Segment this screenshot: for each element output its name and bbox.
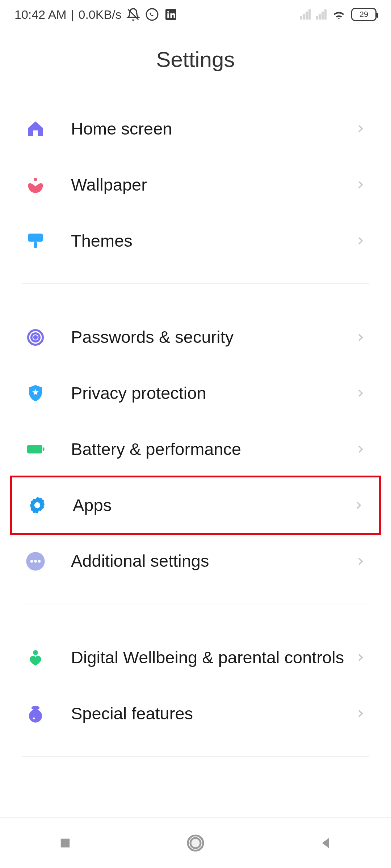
chevron-right-icon	[355, 235, 366, 246]
svg-point-5	[34, 178, 37, 181]
whatsapp-icon	[145, 7, 159, 22]
svg-point-15	[30, 560, 33, 562]
svg-point-19	[31, 706, 40, 710]
gear-icon	[27, 495, 47, 515]
battery-indicator: 29	[351, 8, 377, 21]
status-left: 10:42 AM | 0.0KB/s	[14, 7, 178, 22]
chevron-right-icon	[355, 179, 366, 190]
page-title: Settings	[0, 47, 391, 72]
divider	[22, 283, 369, 284]
status-bar: 10:42 AM | 0.0KB/s	[0, 0, 391, 25]
settings-item-special-features[interactable]: Special features	[22, 686, 369, 742]
svg-point-17	[38, 560, 41, 562]
signal-icon-2	[316, 9, 327, 20]
flower-icon	[25, 175, 46, 195]
svg-rect-12	[43, 447, 45, 451]
svg-rect-7	[34, 242, 37, 248]
settings-item-apps[interactable]: Apps	[24, 477, 367, 533]
status-separator: |	[71, 8, 74, 22]
item-label: Additional settings	[71, 550, 355, 572]
svg-point-20	[29, 710, 42, 723]
brush-icon	[25, 231, 46, 251]
svg-point-16	[34, 560, 37, 562]
settings-item-themes[interactable]: Themes	[22, 213, 369, 269]
battery-level: 29	[360, 10, 368, 19]
item-label: Special features	[71, 703, 355, 724]
nav-back-button[interactable]	[315, 832, 337, 854]
settings-list: Home screen Wallpaper Themes Passwords &…	[0, 101, 391, 757]
status-time: 10:42 AM	[14, 8, 67, 22]
flask-icon	[25, 703, 46, 724]
status-netspeed: 0.0KB/s	[79, 8, 122, 22]
wifi-icon	[332, 7, 346, 22]
settings-item-wallpaper[interactable]: Wallpaper	[22, 157, 369, 213]
svg-rect-22	[61, 839, 70, 848]
home-icon	[25, 119, 46, 139]
battery-icon	[25, 439, 46, 459]
chevron-right-icon	[355, 556, 366, 567]
heart-person-icon	[25, 647, 46, 668]
item-label: Home screen	[71, 118, 355, 140]
chevron-right-icon	[355, 708, 366, 719]
status-right: 29	[300, 7, 377, 22]
nav-home-button[interactable]	[185, 832, 206, 854]
svg-rect-3	[167, 13, 169, 18]
settings-item-battery-performance[interactable]: Battery & performance	[22, 421, 369, 477]
svg-rect-6	[28, 234, 43, 242]
svg-point-13	[34, 502, 40, 508]
chevron-right-icon	[355, 123, 366, 134]
linkedin-icon	[164, 7, 178, 22]
item-label: Passwords & security	[71, 327, 355, 348]
fingerprint-icon	[25, 327, 46, 348]
svg-point-21	[33, 718, 35, 719]
item-label: Digital Wellbeing & parental controls	[71, 647, 355, 668]
svg-point-24	[190, 838, 201, 848]
chevron-right-icon	[355, 652, 366, 663]
dots-icon	[25, 551, 46, 571]
item-label: Battery & performance	[71, 439, 355, 460]
settings-item-digital-wellbeing[interactable]: Digital Wellbeing & parental controls	[22, 630, 369, 686]
item-label: Apps	[73, 495, 353, 516]
bell-off-icon	[126, 7, 140, 22]
settings-item-additional-settings[interactable]: Additional settings	[22, 533, 369, 589]
divider	[22, 756, 369, 757]
svg-point-18	[33, 650, 38, 655]
svg-point-4	[167, 11, 169, 13]
settings-item-privacy-protection[interactable]: Privacy protection	[22, 365, 369, 421]
nav-recent-button[interactable]	[54, 832, 76, 854]
shield-icon	[25, 383, 46, 403]
settings-item-home-screen[interactable]: Home screen	[22, 101, 369, 157]
chevron-right-icon	[355, 332, 366, 343]
chevron-right-icon	[355, 388, 366, 399]
chevron-right-icon	[353, 500, 364, 511]
svg-rect-11	[27, 445, 42, 453]
signal-icon-1	[300, 9, 311, 20]
svg-point-1	[146, 9, 158, 20]
highlight-box: Apps	[10, 476, 381, 535]
item-label: Privacy protection	[71, 383, 355, 404]
nav-bar	[0, 817, 391, 868]
settings-item-passwords-security[interactable]: Passwords & security	[22, 309, 369, 365]
chevron-right-icon	[355, 444, 366, 455]
item-label: Themes	[71, 230, 355, 252]
item-label: Wallpaper	[71, 174, 355, 196]
svg-point-10	[34, 336, 37, 339]
divider	[22, 604, 369, 604]
